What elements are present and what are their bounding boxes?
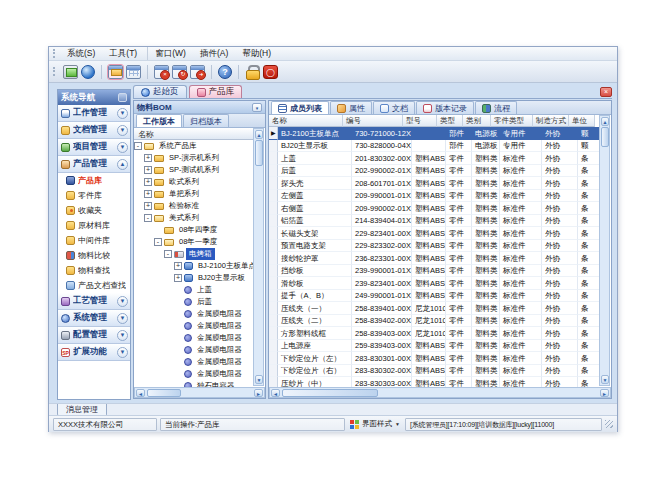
scroll-right-icon[interactable] <box>600 389 609 397</box>
sidebar-section[interactable]: 项目管理 <box>58 139 130 156</box>
version-tab[interactable]: 工作版本 <box>136 114 182 127</box>
table-row[interactable]: 上盖 201-830302-00X 塑料ABS 零件 塑料类 标准件 外协 条 <box>269 152 602 165</box>
tree-expander[interactable]: + <box>144 178 152 186</box>
tree-expander[interactable]: - <box>164 250 172 258</box>
tree-node[interactable]: 金属膜电阻器 <box>134 356 254 368</box>
tree-node[interactable]: + SP-演示机系列 <box>134 152 254 164</box>
table-row[interactable]: 挡纱板 239-990001-01X 塑料ABS 零件 塑料类 标准件 外协 条 <box>269 265 602 278</box>
sidebar-item[interactable]: 产品库 <box>58 173 130 188</box>
sidebar-item[interactable]: 收藏夹 <box>58 203 130 218</box>
scroll-thumb[interactable] <box>147 389 181 397</box>
scroll-down-icon[interactable] <box>255 375 263 384</box>
toolbar-grip[interactable] <box>53 67 56 76</box>
tree-node[interactable]: - 电烤箱 <box>134 248 254 260</box>
scroll-right-icon[interactable] <box>254 389 263 397</box>
sidebar-section[interactable]: 文档管理 <box>58 122 130 139</box>
detail-tab[interactable]: 流程 <box>475 101 517 114</box>
column-header[interactable]: 类别 <box>463 115 491 127</box>
sidebar-item[interactable]: 产品文档查找 <box>58 278 130 293</box>
table-row[interactable]: 下纱定位片（右） 283-830302-00X 塑料ABS 零件 塑料类 标准件… <box>269 365 602 378</box>
menu-item[interactable]: 窗口(W) <box>147 47 193 60</box>
detail-tab[interactable]: 文档 <box>373 101 415 114</box>
tree-node[interactable]: 金属膜电阻器 <box>134 344 254 356</box>
sidebar-item[interactable]: 物料比较 <box>58 248 130 263</box>
section-toggle-button[interactable] <box>117 159 128 170</box>
tree-horizontal-scrollbar[interactable] <box>134 387 265 398</box>
table-row[interactable]: 铝箔盖 214-839404-01X 塑料ABS 零件 塑料类 标准件 外协 条 <box>269 215 602 228</box>
menubar-grip[interactable] <box>53 49 56 58</box>
tree-expander[interactable]: + <box>174 262 182 270</box>
window-grid-icon[interactable] <box>126 65 141 79</box>
section-toggle-button[interactable] <box>117 125 128 136</box>
product-window-icon[interactable] <box>108 65 123 79</box>
ui-style-button[interactable]: 界面样式 <box>348 419 402 429</box>
tree-expander[interactable]: - <box>154 238 162 246</box>
section-toggle-button[interactable] <box>117 108 128 119</box>
tree-expander[interactable]: - <box>134 142 142 150</box>
scroll-down-icon[interactable] <box>601 375 609 384</box>
section-toggle-button[interactable] <box>117 347 128 358</box>
section-toggle-button[interactable] <box>117 330 128 341</box>
detail-tab[interactable]: 成员列表 <box>271 101 329 114</box>
tree-node[interactable]: 金属膜电阻器 <box>134 320 254 332</box>
help-icon[interactable] <box>218 65 232 79</box>
tree-expander[interactable]: - <box>144 214 152 222</box>
grid-vertical-scrollbar[interactable] <box>599 115 610 386</box>
menu-item[interactable]: 工具(T) <box>102 47 144 60</box>
tree-node[interactable]: + BJ-2100主板单点 <box>134 260 254 272</box>
column-header[interactable]: 类型 <box>437 115 463 127</box>
column-header[interactable]: 型号 <box>403 115 437 127</box>
tree-node[interactable]: - 系统产品库 <box>134 140 254 152</box>
sidebar-section[interactable]: 工作管理 <box>58 105 130 122</box>
exit-icon[interactable] <box>263 65 278 79</box>
tree-node[interactable]: 后盖 <box>134 296 254 308</box>
tree-node[interactable]: + 单把系列 <box>134 188 254 200</box>
sidebar-section[interactable]: 配置管理 <box>58 327 130 344</box>
tree-node[interactable]: - 08年一季度 <box>134 236 254 248</box>
version-tab[interactable]: 归档版本 <box>183 114 229 127</box>
table-row[interactable]: BJ20主显示板 730-828000-04X 部件 电源板 专用件 外协 颗 <box>269 140 602 153</box>
tree-node[interactable]: 08年四季度 <box>134 224 254 236</box>
tree-node[interactable]: + 检验标准 <box>134 200 254 212</box>
table-row[interactable]: 下纱定位片（左） 283-830301-00X 塑料ABS 零件 塑料类 标准件… <box>269 352 602 365</box>
sidebar-item[interactable]: 原材料库 <box>58 218 130 233</box>
web-browser-icon[interactable] <box>81 65 95 79</box>
scroll-left-icon[interactable] <box>136 389 145 397</box>
grid-horizontal-scrollbar[interactable] <box>269 387 611 398</box>
tree-expander[interactable]: + <box>144 190 152 198</box>
workspace-icon[interactable] <box>63 65 78 79</box>
tree-node[interactable]: + 欧式系列 <box>134 176 254 188</box>
table-row[interactable]: ▶ BJ-2100主板单点 730-721000-12X 部件 电源板 专用件 … <box>269 127 602 140</box>
scroll-left-icon[interactable] <box>271 389 280 397</box>
section-toggle-button[interactable] <box>117 142 128 153</box>
nav-options-button[interactable] <box>118 93 127 102</box>
table-row[interactable]: 预置电路支架 229-823302-00X 塑料ABS 零件 塑料类 标准件 外… <box>269 240 602 253</box>
table-row[interactable]: 探头壳 208-601701-01X 塑料ABS 零件 塑料类 标准件 外协 条 <box>269 177 602 190</box>
column-header[interactable]: 单位 <box>569 115 595 127</box>
document-tab[interactable]: 产品库 <box>189 85 243 98</box>
pin-button[interactable] <box>252 103 262 112</box>
tree-node[interactable]: + BJ20主显示板 <box>134 272 254 284</box>
scroll-up-icon[interactable] <box>255 130 263 139</box>
menu-item[interactable]: 系统(S) <box>60 47 102 60</box>
table-row[interactable]: 压线夹（一） 258-839401-00X 尼龙1010 零件 塑料类 标准件 … <box>269 302 602 315</box>
tree-node[interactable]: 独石电容器 <box>134 380 254 387</box>
table-row[interactable]: 右侧盖 209-990002-01X 塑料ABS 零件 塑料类 标准件 外协 条 <box>269 202 602 215</box>
resize-grip[interactable] <box>605 420 613 428</box>
sidebar-item[interactable]: 中间件库 <box>58 233 130 248</box>
close-window-icon[interactable] <box>154 65 169 79</box>
tree-expander[interactable]: + <box>144 166 152 174</box>
table-row[interactable]: 压线夹（二） 258-839402-00X 尼龙1010 零件 塑料类 标准件 … <box>269 315 602 328</box>
table-row[interactable]: 滑纱板 239-823401-00X 塑料ABS 零件 塑料类 标准件 外协 条 <box>269 277 602 290</box>
document-tab[interactable]: 起始页 <box>133 85 187 98</box>
column-header[interactable]: 零件类型 <box>491 115 533 127</box>
refresh-window-icon[interactable] <box>190 65 205 79</box>
tree-node[interactable]: + SP-测试机系列 <box>134 164 254 176</box>
column-header[interactable]: 编号 <box>343 115 403 127</box>
sidebar-section[interactable]: 系统管理 <box>58 310 130 327</box>
tree-node[interactable]: - 美式系列 <box>134 212 254 224</box>
scroll-thumb[interactable] <box>255 140 263 166</box>
lock-icon[interactable] <box>245 65 260 79</box>
tree-node[interactable]: 金属膜电阻器 <box>134 332 254 344</box>
tree-vertical-scrollbar[interactable] <box>253 128 264 386</box>
